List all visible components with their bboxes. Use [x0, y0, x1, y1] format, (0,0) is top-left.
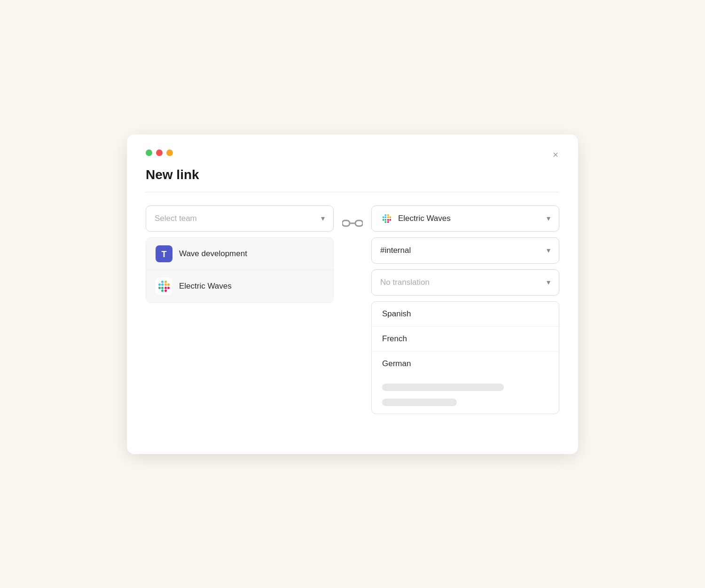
svg-rect-28 [384, 221, 386, 223]
svg-rect-8 [167, 283, 170, 286]
title-divider [146, 192, 559, 192]
translation-placeholder-bar-1 [382, 384, 504, 391]
svg-rect-15 [342, 220, 350, 226]
svg-rect-22 [387, 214, 389, 216]
window-dot-red[interactable] [156, 149, 163, 156]
svg-rect-29 [384, 219, 386, 220]
svg-rect-4 [161, 283, 164, 286]
svg-rect-30 [383, 219, 384, 220]
svg-rect-14 [158, 287, 161, 289]
translation-chevron: ▾ [547, 278, 550, 287]
select-team-dropdown[interactable]: Select team ▾ [146, 205, 334, 232]
svg-rect-7 [164, 283, 167, 286]
window-controls [146, 149, 559, 156]
workspace-dropdown[interactable]: Electric Waves ▾ [371, 205, 559, 232]
slack-icon-left [156, 278, 172, 295]
team-item-electric-waves-label: Electric Waves [179, 282, 232, 291]
svg-rect-2 [156, 278, 172, 295]
link-icon [342, 213, 363, 234]
svg-rect-25 [389, 219, 391, 220]
team-list: T Wave development [146, 237, 334, 303]
svg-rect-12 [161, 290, 164, 292]
svg-rect-10 [164, 287, 167, 289]
channel-dropdown[interactable]: #internal ▾ [371, 237, 559, 264]
slack-icon-right [380, 212, 393, 225]
svg-rect-5 [161, 281, 164, 283]
translation-dropdown[interactable]: No translation ▾ [371, 269, 559, 296]
svg-rect-26 [387, 219, 389, 220]
svg-rect-16 [355, 220, 363, 226]
main-content: Select team ▾ T Wave development [146, 205, 559, 414]
svg-rect-20 [384, 216, 386, 218]
workspace-label: Electric Waves [398, 214, 451, 223]
translation-placeholder: No translation [380, 278, 430, 287]
svg-rect-21 [384, 214, 386, 216]
translation-options-list: Spanish French German [371, 301, 559, 414]
select-team-placeholder: Select team [155, 214, 197, 223]
channel-chevron: ▾ [547, 246, 550, 255]
svg-rect-27 [387, 221, 389, 223]
svg-rect-3 [158, 283, 161, 286]
team-item-electric-waves[interactable]: Electric Waves [146, 270, 333, 302]
window-dot-yellow[interactable] [166, 149, 173, 156]
svg-rect-24 [389, 216, 391, 218]
left-panel: Select team ▾ T Wave development [146, 205, 334, 303]
svg-rect-19 [383, 216, 384, 218]
translation-option-french[interactable]: French [372, 326, 559, 351]
channel-label: #internal [380, 246, 411, 255]
translation-placeholder-bar-2 [382, 399, 457, 406]
svg-rect-23 [387, 216, 389, 218]
team-item-wave-development-label: Wave development [179, 249, 247, 259]
svg-rect-11 [164, 290, 167, 292]
svg-text:T: T [162, 250, 167, 259]
svg-rect-6 [164, 281, 167, 283]
window-dot-green[interactable] [146, 149, 152, 156]
teams-icon: T [156, 245, 172, 262]
translation-option-spanish[interactable]: Spanish [372, 302, 559, 326]
workspace-chevron: ▾ [547, 214, 550, 223]
right-panel: Electric Waves ▾ #internal ▾ No translat… [371, 205, 559, 414]
select-team-chevron: ▾ [321, 214, 325, 223]
close-button[interactable]: × [548, 148, 563, 163]
svg-rect-13 [161, 287, 164, 289]
team-item-wave-development[interactable]: T Wave development [146, 238, 333, 270]
svg-rect-18 [380, 212, 393, 225]
modal-title: New link [146, 167, 559, 182]
translation-option-german[interactable]: German [372, 351, 559, 376]
modal-container: × New link Select team ▾ T [127, 134, 578, 454]
svg-rect-9 [167, 287, 170, 289]
center-link-icon-area [334, 205, 371, 234]
